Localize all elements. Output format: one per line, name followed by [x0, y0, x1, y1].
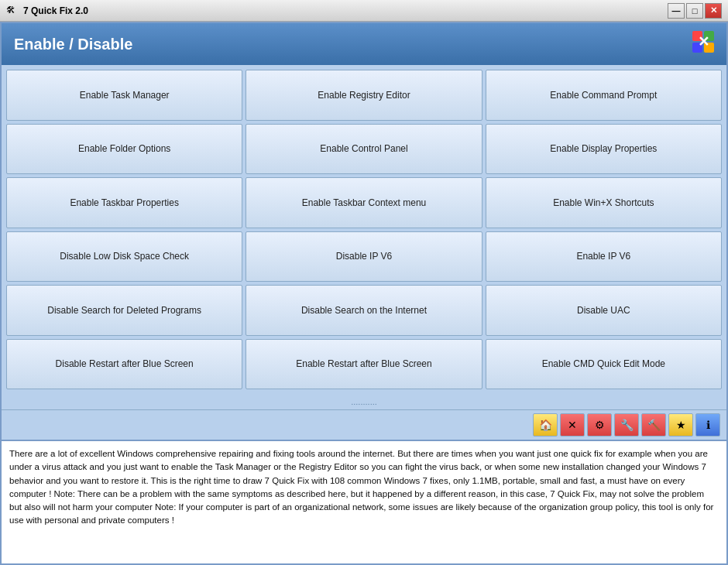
fix-button-10[interactable]: Disable IP V6 — [246, 231, 482, 282]
settings-icon[interactable]: ⚙ — [587, 413, 612, 437]
app-title: 7 Quick Fix 2.0 — [23, 5, 88, 16]
header-icon: ✕ — [692, 31, 714, 57]
fix-button-14[interactable]: Disable UAC — [486, 285, 722, 336]
app-icon: 🛠 — [6, 5, 19, 17]
description-area: There are a lot of excellent Windows com… — [2, 440, 726, 563]
fix-button-7[interactable]: Enable Taskbar Context menu — [246, 177, 482, 228]
fix-button-12[interactable]: Disable Search for Deleted Programs — [6, 285, 242, 336]
fix-button-11[interactable]: Enable IP V6 — [486, 231, 722, 282]
buttons-grid: Enable Task ManagerEnable Registry Edito… — [2, 65, 726, 394]
tools-icon[interactable]: 🔧 — [614, 413, 639, 437]
info-icon[interactable]: ℹ — [695, 413, 720, 437]
fix-button-9[interactable]: Disable Low Disk Space Check — [6, 231, 242, 282]
fix-button-3[interactable]: Enable Folder Options — [6, 124, 242, 175]
svg-text:✕: ✕ — [698, 34, 709, 50]
fix-button-6[interactable]: Enable Taskbar Properties — [6, 177, 242, 228]
title-bar: 🛠 7 Quick Fix 2.0 — □ ✕ — [0, 0, 728, 22]
fix-icon[interactable]: 🔨 — [641, 413, 666, 437]
star-icon[interactable]: ★ — [668, 413, 693, 437]
close-button[interactable]: ✕ — [705, 3, 722, 19]
maximize-button[interactable]: □ — [686, 3, 703, 19]
header-title: Enable / Disable — [14, 36, 132, 53]
dots-separator: ........... — [2, 394, 726, 409]
toolbar-row: 🏠✕⚙🔧🔨★ℹ — [2, 409, 726, 440]
fix-button-15[interactable]: Disable Restart after Blue Screen — [6, 339, 242, 390]
minimize-button[interactable]: — — [668, 3, 685, 19]
fix-button-4[interactable]: Enable Control Panel — [246, 124, 482, 175]
home-icon[interactable]: 🏠 — [533, 413, 558, 437]
section-header: Enable / Disable ✕ — [2, 23, 726, 65]
fix-button-17[interactable]: Enable CMD Quick Edit Mode — [486, 339, 722, 390]
fix-button-13[interactable]: Disable Search on the Internet — [246, 285, 482, 336]
main-window: Enable / Disable ✕ Enable Task ManagerEn… — [0, 22, 728, 565]
fix-button-16[interactable]: Enable Restart after Blue Screen — [246, 339, 482, 390]
fix-button-0[interactable]: Enable Task Manager — [6, 70, 242, 121]
close-icon[interactable]: ✕ — [560, 413, 585, 437]
fix-button-8[interactable]: Enable Win+X Shortcuts — [486, 177, 722, 228]
fix-button-5[interactable]: Enable Display Properties — [486, 124, 722, 175]
fix-button-1[interactable]: Enable Registry Editor — [246, 70, 482, 121]
fix-button-2[interactable]: Enable Command Prompt — [486, 70, 722, 121]
